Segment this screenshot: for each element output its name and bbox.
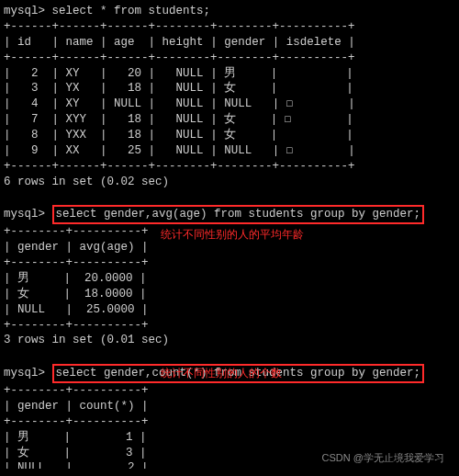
query-2: select gender,avg(age) from students gro… [56,208,421,221]
prompt: mysql> [4,5,45,17]
annotation-2: 统计不同性别的人的个数 [161,366,282,380]
prompt-line-1: mysql> select * from students; [4,4,448,19]
annotation-1: 统计不同性别的人的平均年龄 [161,227,304,242]
prompt: mysql> [4,367,45,380]
table-1-footer: 6 rows in set (0.02 sec) [4,175,448,190]
prompt: mysql> [4,208,45,221]
table-2-footer: 3 rows in set (0.01 sec) [4,333,448,348]
table-1: +------+------+------+--------+--------+… [4,19,448,175]
prompt-line-2: mysql> select gender,avg(age) from stude… [4,205,448,224]
watermark: CSDN @学无止境我爱学习 [322,451,444,465]
query-1: select * from students; [52,5,211,17]
query-2-highlight: select gender,avg(age) from students gro… [52,205,425,224]
